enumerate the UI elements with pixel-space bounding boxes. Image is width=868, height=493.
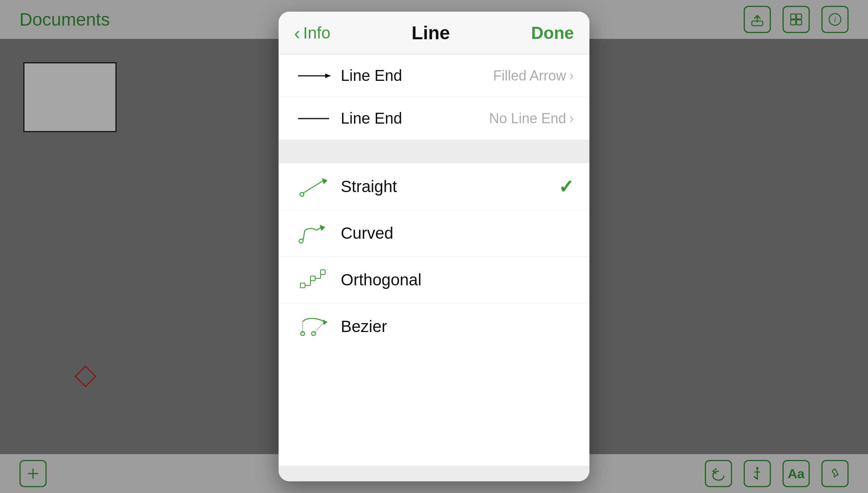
svg-marker-15 [325, 73, 331, 78]
orthogonal-icon [294, 268, 333, 292]
line-modal: ‹ Info Line Done Line End Filled Arrow › [279, 12, 589, 481]
straight-check-icon: ✓ [558, 176, 574, 198]
straight-label: Straight [333, 177, 558, 196]
svg-line-18 [303, 180, 324, 193]
modal-back-label: Info [303, 24, 330, 42]
svg-rect-23 [310, 276, 315, 281]
plain-line-icon [294, 111, 333, 126]
line-end-section: Line End Filled Arrow › Line End No Line… [279, 54, 589, 140]
straight-row[interactable]: Straight ✓ [279, 163, 589, 210]
line-end-none-chevron: › [569, 110, 574, 127]
line-end-none-value[interactable]: No Line End › [489, 110, 574, 127]
straight-icon [294, 175, 333, 198]
line-style-section: Straight ✓ Curved [279, 163, 589, 466]
bezier-row[interactable]: Bezier [279, 303, 589, 350]
bezier-icon [294, 315, 333, 338]
modal-title: Line [411, 22, 450, 44]
curved-label: Curved [333, 224, 574, 243]
back-chevron-icon: ‹ [294, 23, 300, 44]
orthogonal-row[interactable]: Orthogonal [279, 257, 589, 303]
modal-back-button[interactable]: ‹ Info [294, 23, 330, 44]
line-end-arrow-label: Line End [333, 67, 493, 84]
orthogonal-label: Orthogonal [333, 271, 574, 289]
line-end-arrow-chevron: › [569, 68, 574, 84]
svg-point-17 [300, 192, 304, 196]
arrow-line-icon [294, 68, 333, 84]
line-end-arrow-row[interactable]: Line End Filled Arrow › [279, 54, 589, 97]
line-end-none-label: Line End [333, 110, 489, 127]
line-end-none-value-text: No Line End [489, 110, 566, 127]
section-divider [279, 140, 589, 163]
curved-icon [294, 222, 333, 245]
svg-marker-19 [322, 178, 328, 184]
line-end-arrow-value-text: Filled Arrow [493, 68, 566, 84]
bezier-label: Bezier [333, 317, 574, 336]
line-end-none-row[interactable]: Line End No Line End › [279, 97, 589, 140]
curved-row[interactable]: Curved [279, 210, 589, 257]
modal-done-button[interactable]: Done [531, 23, 574, 43]
modal-bottom-pad [279, 466, 589, 481]
svg-marker-33 [323, 320, 328, 325]
svg-marker-21 [320, 225, 325, 231]
line-end-arrow-value[interactable]: Filled Arrow › [493, 68, 574, 84]
modal-header: ‹ Info Line Done [279, 12, 589, 54]
svg-line-32 [314, 322, 324, 334]
svg-rect-24 [321, 270, 325, 274]
svg-rect-22 [300, 283, 305, 288]
